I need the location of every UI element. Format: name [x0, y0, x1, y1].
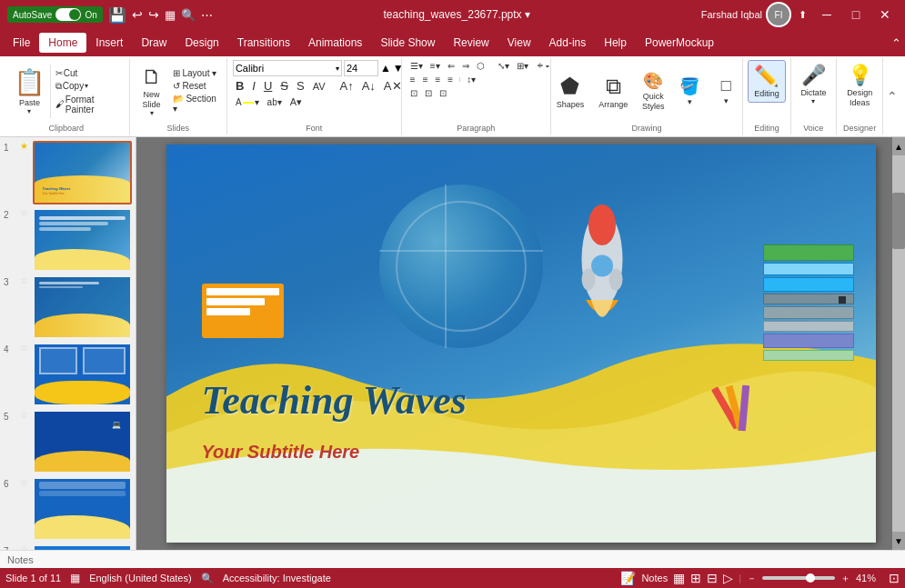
copy-dropdown[interactable]: ▾ — [85, 82, 88, 90]
new-slide-dropdown[interactable]: ▾ — [150, 109, 154, 117]
zoom-level[interactable]: 41% — [856, 573, 883, 583]
ribbon-collapse[interactable]: ⌃ — [883, 58, 901, 135]
scroll-up[interactable]: ▲ — [892, 137, 905, 155]
dictate-dropdown[interactable]: ▾ — [811, 97, 815, 105]
new-slide-button[interactable]: 🗋 New Slide ▾ — [136, 62, 168, 121]
smart-art[interactable]: ⬡ — [474, 60, 488, 72]
menu-review[interactable]: Review — [444, 33, 498, 53]
notes-area[interactable]: Notes — [0, 550, 905, 568]
shadow-button[interactable]: S — [294, 78, 307, 94]
shape-fill-button[interactable]: 🪣 ▾ — [673, 75, 706, 108]
quick-styles-button[interactable]: 🎨 Quick Styles — [637, 69, 669, 113]
strikethrough-button[interactable]: S — [277, 78, 291, 94]
autosave-toggle[interactable] — [55, 8, 81, 21]
editing-button[interactable]: ✏️ Editing — [748, 60, 786, 103]
menu-help[interactable]: Help — [595, 33, 636, 53]
fit-slide-icon[interactable]: ⊡ — [889, 571, 900, 585]
slide-panel-scroll[interactable]: 1 ★ Teaching Waves Your Subtitle Here 2 … — [0, 137, 136, 550]
zoom-out-icon[interactable]: － — [747, 572, 757, 585]
format-painter-button[interactable]: 🖌 Format Painter — [53, 94, 124, 115]
notes-status-label[interactable]: Notes — [641, 573, 668, 583]
clear-format[interactable]: A✕ — [381, 78, 405, 94]
slide-fav-5[interactable]: ☆ — [20, 410, 29, 420]
shape-outline-button[interactable]: □ ▾ — [709, 75, 742, 107]
slide-thumb-3[interactable]: 3 ☆ — [4, 275, 132, 339]
align-justify[interactable]: ≡ — [445, 74, 456, 85]
canvas-area[interactable]: Teaching Waves Your Subtitle Here ▲ ▼ — [136, 137, 905, 550]
save-icon[interactable]: 💾 — [108, 6, 126, 24]
close-button[interactable]: ✕ — [872, 5, 898, 24]
numbering-button[interactable]: ≡▾ — [427, 60, 443, 72]
copy-button[interactable]: ⧉ Copy ▾ — [53, 80, 124, 93]
slide-img-3[interactable] — [33, 275, 132, 339]
menu-draw[interactable]: Draw — [132, 33, 176, 53]
italic-button[interactable]: I — [249, 78, 258, 94]
share-icon[interactable]: ⬆ — [799, 9, 807, 21]
menu-addins[interactable]: Add-ins — [540, 33, 596, 53]
left-middle[interactable]: ⊡ — [407, 87, 420, 99]
bullets-button[interactable]: ☰▾ — [407, 60, 426, 72]
view-slide-sorter-icon[interactable]: ⊞ — [690, 571, 701, 585]
slide-fav-1[interactable]: ★ — [20, 141, 29, 151]
slide-fav-6[interactable]: ☆ — [20, 477, 29, 487]
search-icon[interactable]: 🔍 — [181, 8, 196, 22]
slide-thumb-4[interactable]: 4 ☆ — [4, 343, 132, 406]
slide-thumb-1[interactable]: 1 ★ Teaching Waves Your Subtitle Here — [4, 141, 132, 204]
menu-animations[interactable]: Animations — [299, 33, 371, 53]
font-family-dropdown[interactable]: Calibri ▾ — [233, 60, 342, 76]
zoom-thumb[interactable] — [806, 573, 815, 583]
cut-button[interactable]: ✂ Cut — [53, 67, 124, 79]
layout-button[interactable]: ⊞ Layout ▾ — [170, 67, 221, 79]
scroll-thumb[interactable] — [892, 193, 905, 249]
text-align-button[interactable]: ⊞▾ — [514, 60, 531, 72]
restore-button[interactable]: □ — [843, 5, 869, 24]
font-size-select[interactable]: A▾ — [287, 95, 305, 109]
scroll-down[interactable]: ▼ — [892, 532, 905, 550]
redo-icon[interactable]: ↪ — [148, 7, 159, 22]
design-ideas-button[interactable]: 💡 Design Ideas — [841, 60, 878, 111]
slide-fav-3[interactable]: ☆ — [20, 275, 29, 285]
zoom-in-icon[interactable]: ＋ — [840, 572, 850, 585]
font-size-up[interactable]: ▲ — [380, 62, 391, 75]
slide-thumb-5[interactable]: 5 ☆ 💻 — [4, 410, 132, 473]
slide-fav-2[interactable]: ☆ — [20, 208, 29, 218]
view-normal-icon[interactable]: ▦ — [673, 571, 685, 585]
decrease-font[interactable]: A↓ — [359, 78, 378, 94]
right-middle[interactable]: ⊡ — [437, 87, 449, 99]
slide-show-icon[interactable]: ▷ — [723, 571, 733, 585]
slide-img-2[interactable] — [33, 208, 132, 272]
more-icon[interactable]: ⋯ — [201, 8, 213, 22]
paste-dropdown-icon[interactable]: ▾ — [27, 107, 31, 115]
increase-indent[interactable]: ⇒ — [459, 60, 472, 72]
font-family-arrow[interactable]: ▾ — [336, 65, 339, 73]
ribbon-collapse-icon[interactable]: ⌃ — [891, 36, 901, 50]
text-dir-button[interactable]: ⤡▾ — [495, 60, 512, 72]
columns-button[interactable]: ⫩▾ — [533, 60, 552, 72]
align-left[interactable]: ≡ — [407, 74, 418, 85]
menu-view[interactable]: View — [498, 33, 540, 53]
align-right[interactable]: ≡ — [433, 74, 444, 85]
underline-button[interactable]: U — [261, 78, 275, 94]
font-color-button[interactable]: A▾ — [233, 96, 262, 108]
bold-button[interactable]: B — [233, 78, 246, 94]
filename-arrow[interactable]: ▾ — [525, 8, 530, 21]
dictate-button[interactable]: 🎤 Dictate ▾ — [795, 60, 831, 109]
paste-button[interactable]: 📋 Paste ▾ — [9, 64, 51, 119]
menu-home[interactable]: Home — [39, 33, 86, 53]
autosave-badge[interactable]: AutoSave On — [7, 6, 103, 23]
menu-design[interactable]: Design — [176, 33, 227, 53]
reset-button[interactable]: ↺ Reset — [170, 80, 221, 92]
font-size-input[interactable] — [344, 60, 378, 76]
increase-font[interactable]: A↑ — [337, 78, 357, 94]
menu-insert[interactable]: Insert — [86, 33, 132, 53]
menu-transitions[interactable]: Transitions — [228, 33, 299, 53]
slide-img-5[interactable]: 💻 — [33, 410, 132, 473]
slide-img-4[interactable] — [33, 343, 132, 406]
menu-slideshow[interactable]: Slide Show — [371, 33, 444, 53]
center-middle[interactable]: ⊡ — [422, 87, 435, 99]
menu-file[interactable]: File — [4, 33, 39, 53]
section-button[interactable]: 📂 Section ▾ — [170, 93, 221, 115]
slide-img-1[interactable]: Teaching Waves Your Subtitle Here — [33, 141, 132, 204]
align-center[interactable]: ≡ — [420, 74, 431, 85]
menu-powermockup[interactable]: PowerMockup — [636, 33, 723, 53]
